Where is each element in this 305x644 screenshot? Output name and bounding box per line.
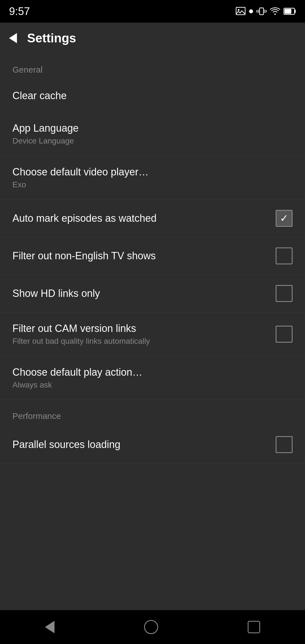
parallel-sources-label: Parallel sources loading <box>12 439 276 451</box>
show-hd-links-text-group: Show HD links only <box>12 288 276 299</box>
default-play-action-value: Always ask <box>12 380 293 390</box>
image-icon <box>236 6 246 16</box>
status-bar: 9:57 <box>0 0 305 23</box>
default-video-player-item[interactable]: Choose default video player… Exo <box>0 156 305 200</box>
clear-cache-item[interactable]: Clear cache <box>0 80 305 112</box>
svg-rect-11 <box>285 9 291 14</box>
default-play-action-text-group: Choose default play action… Always ask <box>12 366 293 390</box>
wifi-icon <box>270 6 280 16</box>
filter-non-english-checkbox[interactable] <box>276 247 293 264</box>
svg-rect-0 <box>236 7 245 15</box>
filter-cam-links-item[interactable]: Filter out CAM version links Filter out … <box>0 312 305 356</box>
svg-point-9 <box>274 14 276 15</box>
status-icons <box>236 6 296 16</box>
app-language-value: Device Language <box>12 136 293 145</box>
app-language-label: App Language <box>12 122 293 134</box>
filter-non-english-item[interactable]: Filter out non-English TV shows <box>0 237 305 275</box>
auto-mark-watched-item[interactable]: Auto mark episodes as watched ✓ <box>0 200 305 237</box>
default-video-player-label: Choose default video player… <box>12 166 293 178</box>
svg-rect-12 <box>295 10 296 13</box>
show-hd-links-label: Show HD links only <box>12 288 276 299</box>
show-hd-links-checkbox[interactable] <box>276 285 293 302</box>
battery-icon <box>284 6 296 16</box>
settings-content: General Clear cache App Language Device … <box>0 54 305 610</box>
page-title: Settings <box>27 31 76 45</box>
vibrate-icon <box>256 6 267 16</box>
parallel-sources-text-group: Parallel sources loading <box>12 439 276 451</box>
svg-rect-2 <box>260 8 263 15</box>
default-video-player-text-group: Choose default video player… Exo <box>12 166 293 189</box>
back-button[interactable] <box>9 33 17 43</box>
filter-cam-links-label: Filter out CAM version links <box>12 323 276 334</box>
clear-cache-label: Clear cache <box>12 90 293 102</box>
app-language-item[interactable]: App Language Device Language <box>0 112 305 156</box>
auto-mark-watched-text-group: Auto mark episodes as watched <box>12 212 276 224</box>
nav-home-icon <box>144 620 158 634</box>
svg-point-1 <box>238 9 239 11</box>
notification-dot <box>249 9 253 13</box>
default-video-player-value: Exo <box>12 180 293 189</box>
nav-recents-button[interactable] <box>242 615 266 639</box>
section-header-performance: Performance <box>0 400 305 426</box>
filter-cam-links-text-group: Filter out CAM version links Filter out … <box>12 323 276 346</box>
navigation-bar <box>0 610 305 644</box>
filter-cam-links-checkbox[interactable] <box>276 326 293 343</box>
section-header-general: General <box>0 54 305 80</box>
nav-back-icon <box>45 621 55 633</box>
nav-back-button[interactable] <box>39 615 60 639</box>
default-play-action-item[interactable]: Choose default play action… Always ask <box>0 356 305 400</box>
show-hd-links-item[interactable]: Show HD links only <box>0 275 305 312</box>
status-time: 9:57 <box>9 5 30 18</box>
back-arrow-icon <box>9 33 17 43</box>
nav-square-icon <box>248 621 260 633</box>
default-play-action-label: Choose default play action… <box>12 366 293 378</box>
filter-cam-links-description: Filter out bad quality links automatical… <box>12 337 276 346</box>
clear-cache-text-group: Clear cache <box>12 90 293 102</box>
filter-non-english-label: Filter out non-English TV shows <box>12 250 276 262</box>
filter-non-english-text-group: Filter out non-English TV shows <box>12 250 276 262</box>
checkmark-icon: ✓ <box>280 213 288 223</box>
app-language-text-group: App Language Device Language <box>12 122 293 145</box>
auto-mark-watched-label: Auto mark episodes as watched <box>12 212 276 224</box>
auto-mark-watched-checkbox[interactable]: ✓ <box>276 210 293 227</box>
toolbar: Settings <box>0 23 305 54</box>
parallel-sources-item[interactable]: Parallel sources loading <box>0 426 305 464</box>
nav-home-button[interactable] <box>138 614 164 640</box>
parallel-sources-checkbox[interactable] <box>276 436 293 453</box>
